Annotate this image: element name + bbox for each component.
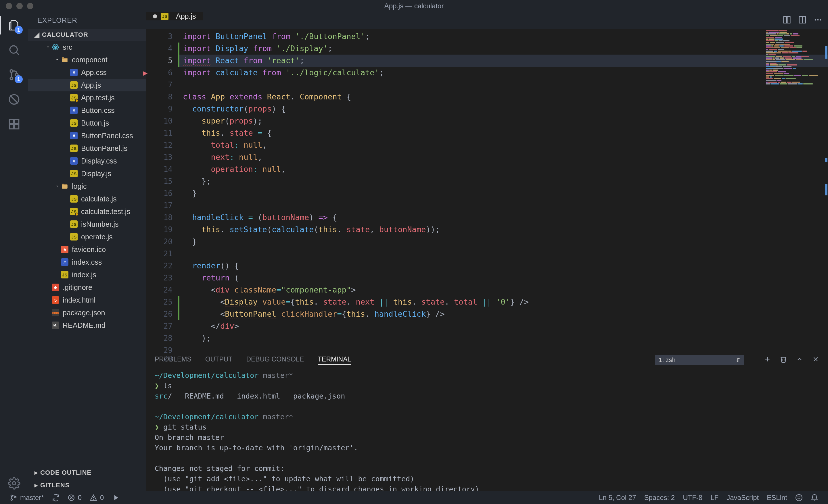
gear-icon[interactable] bbox=[6, 475, 22, 491]
status-notifications-icon[interactable] bbox=[807, 494, 822, 501]
overview-mark[interactable] bbox=[825, 184, 827, 195]
tree-item-component[interactable]: component bbox=[28, 53, 146, 66]
tree-item-favicon-ico[interactable]: ★favicon.ico bbox=[28, 243, 146, 256]
section-header-project[interactable]: ◢CALCULATOR bbox=[28, 29, 146, 41]
terminal-line bbox=[155, 401, 819, 412]
tree-item-button-js[interactable]: JSButton.js bbox=[28, 117, 146, 129]
line-number[interactable]: 4 bbox=[146, 43, 172, 55]
tree-item-logic[interactable]: logic bbox=[28, 180, 146, 192]
editor-tab-app-js[interactable]: JSApp.js bbox=[146, 12, 203, 20]
line-number[interactable]: 28 bbox=[146, 332, 172, 344]
overview-mark[interactable] bbox=[825, 158, 827, 162]
tree-item-calculate-test-js[interactable]: JScalculate.test.js bbox=[28, 205, 146, 218]
compare-changes-icon[interactable] bbox=[783, 15, 791, 25]
terminal-selector[interactable]: 1: zsh ⇵ bbox=[655, 355, 744, 365]
line-number[interactable]: 5 bbox=[146, 55, 172, 67]
tree-item-button-css[interactable]: #Button.css bbox=[28, 104, 146, 117]
panel-tab-debug-console[interactable]: DEBUG CONSOLE bbox=[246, 356, 304, 365]
tree-item-app-test-js[interactable]: JSApp.test.js bbox=[28, 91, 146, 104]
line-number[interactable]: 22 bbox=[146, 260, 172, 272]
panel-tab-terminal[interactable]: TERMINAL bbox=[318, 356, 351, 365]
line-number[interactable]: 15 bbox=[146, 175, 172, 187]
tree-item-display-js[interactable]: JSDisplay.js bbox=[28, 167, 146, 180]
status-cursor[interactable]: Ln 5, Col 27 bbox=[595, 494, 640, 502]
tree-item-package-json[interactable]: npmpackage.json bbox=[28, 306, 146, 319]
line-number[interactable]: 16 bbox=[146, 187, 172, 199]
tree-item-calculate-js[interactable]: JScalculate.js bbox=[28, 192, 146, 205]
line-number[interactable]: 29 bbox=[146, 344, 172, 356]
status-language[interactable]: JavaScript bbox=[722, 494, 763, 502]
search-icon[interactable] bbox=[6, 42, 22, 58]
minimize-window[interactable] bbox=[16, 3, 23, 9]
minimap[interactable] bbox=[766, 30, 826, 82]
status-sync[interactable] bbox=[48, 494, 64, 501]
section-header-gitlens[interactable]: ▸GITLENS bbox=[28, 479, 146, 491]
line-number[interactable]: 17 bbox=[146, 199, 172, 212]
tree-item-readme-md[interactable]: M↓README.md bbox=[28, 319, 146, 332]
tree-item-isnumber-js[interactable]: JSisNumber.js bbox=[28, 218, 146, 230]
line-number[interactable]: 10 bbox=[146, 115, 172, 127]
panel-tab-output[interactable]: OUTPUT bbox=[205, 356, 233, 365]
tree-item--gitignore[interactable]: ◆.gitignore bbox=[28, 281, 146, 294]
files-icon[interactable]: 1 bbox=[6, 17, 22, 33]
maximize-panel-icon[interactable] bbox=[796, 356, 803, 365]
line-number[interactable]: 23 bbox=[146, 272, 172, 284]
tree-item-app-css[interactable]: #App.css bbox=[28, 66, 146, 79]
line-number[interactable]: 7 bbox=[146, 79, 172, 91]
status-eol[interactable]: LF bbox=[706, 494, 722, 502]
tree-item-label: operate.js bbox=[81, 233, 113, 241]
line-number[interactable]: 12 bbox=[146, 139, 172, 151]
line-number[interactable]: 3 bbox=[146, 31, 172, 43]
extensions-icon[interactable] bbox=[6, 116, 22, 132]
status-eslint[interactable]: ESLint bbox=[763, 494, 791, 502]
code-area[interactable]: import ButtonPanel from './ButtonPanel';… bbox=[179, 29, 828, 352]
line-number[interactable]: 27 bbox=[146, 320, 172, 332]
line-number[interactable]: 21 bbox=[146, 248, 172, 260]
line-number[interactable]: 24 bbox=[146, 284, 172, 296]
split-editor-icon[interactable] bbox=[798, 15, 807, 25]
close-window[interactable] bbox=[6, 3, 12, 9]
editor[interactable]: 3456789101112131415161718192021222324252… bbox=[146, 29, 828, 352]
line-number[interactable]: 9 bbox=[146, 103, 172, 115]
tree-item-buttonpanel-css[interactable]: #ButtonPanel.css bbox=[28, 129, 146, 142]
status-spaces[interactable]: Spaces: 2 bbox=[640, 494, 679, 502]
close-panel-icon[interactable] bbox=[812, 356, 819, 365]
more-actions-icon[interactable] bbox=[814, 15, 822, 25]
tree-item-app-js[interactable]: JSApp.js bbox=[28, 79, 146, 91]
tree-item-display-css[interactable]: #Display.css bbox=[28, 154, 146, 167]
overview-ruler[interactable] bbox=[825, 29, 828, 352]
tree-item-index-css[interactable]: #index.css bbox=[28, 256, 146, 268]
line-number[interactable]: 20 bbox=[146, 236, 172, 248]
line-number[interactable]: 13 bbox=[146, 151, 172, 163]
line-number[interactable]: 19 bbox=[146, 224, 172, 236]
status-warnings[interactable]: 0 bbox=[86, 494, 108, 502]
tree-item-index-html[interactable]: 5index.html bbox=[28, 294, 146, 306]
line-number[interactable]: 8 bbox=[146, 91, 172, 103]
git-icon[interactable]: 1 bbox=[6, 67, 22, 83]
terminal-output[interactable]: ~/Development/calculator master*❯ lssrc/… bbox=[146, 368, 828, 491]
tree-item-operate-js[interactable]: JSoperate.js bbox=[28, 230, 146, 243]
overview-mark[interactable] bbox=[825, 55, 827, 59]
line-number[interactable]: 18 bbox=[146, 212, 172, 224]
section-header-outline[interactable]: ▸CODE OUTLINE bbox=[28, 467, 146, 479]
kill-terminal-icon[interactable] bbox=[780, 356, 787, 365]
line-number[interactable]: 11 bbox=[146, 127, 172, 139]
status-feedback-icon[interactable] bbox=[791, 494, 807, 501]
status-errors[interactable]: 0 bbox=[64, 494, 86, 502]
tree-item-src[interactable]: src bbox=[28, 41, 146, 53]
debug-icon[interactable] bbox=[6, 91, 22, 107]
line-number[interactable]: 14 bbox=[146, 163, 172, 175]
tree-item-buttonpanel-js[interactable]: JSButtonPanel.js bbox=[28, 142, 146, 154]
terminal-line: (use "git checkout -- <file>..." to disc… bbox=[155, 484, 819, 491]
line-number[interactable]: 6 bbox=[146, 67, 172, 79]
status-live[interactable] bbox=[108, 494, 123, 501]
maximize-window[interactable] bbox=[27, 3, 33, 9]
svg-rect-8 bbox=[9, 125, 14, 129]
line-number[interactable]: 25 bbox=[146, 296, 172, 308]
new-terminal-icon[interactable] bbox=[763, 356, 771, 365]
line-number[interactable]: 26 bbox=[146, 308, 172, 320]
status-encoding[interactable]: UTF-8 bbox=[679, 494, 706, 502]
tree-item-index-js[interactable]: JSindex.js bbox=[28, 268, 146, 281]
status-branch[interactable]: master* bbox=[6, 494, 48, 502]
file-tree: srccomponent#App.cssJSApp.jsJSApp.test.j… bbox=[28, 41, 146, 466]
